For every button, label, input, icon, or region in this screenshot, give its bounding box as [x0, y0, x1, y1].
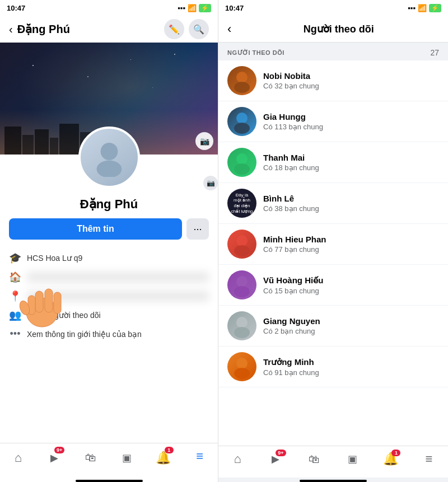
nav-marketplace[interactable]: 🛍	[73, 447, 109, 469]
nav-video[interactable]: ▶ 9+	[36, 447, 73, 469]
follower-mutual-truong: Có 91 bạn chung	[263, 368, 319, 377]
search-button[interactable]: 🔍	[189, 19, 209, 39]
follower-avatar-truong	[227, 352, 256, 381]
info-text-school: HCS Hoa Lư q9	[27, 254, 209, 263]
followers-section-header: NGƯỜI THEO DÕI 27	[218, 43, 448, 60]
location-icon: 📍	[9, 290, 21, 302]
right-groups-nav-icon: ▣	[348, 453, 357, 465]
marketplace-nav-icon: 🛍	[85, 451, 96, 464]
follower-avatar-nobi	[227, 66, 256, 95]
info-item-city: 🏠 Sống tại thành phố Hồ Chí Minh	[9, 268, 209, 287]
follower-binh[interactable]: Đây làmột ảnhđại diệnchất lượng Bình Lê …	[218, 183, 448, 224]
follower-thanh[interactable]: Thanh Mai Có 18 bạn chung	[218, 142, 448, 183]
svg-point-19	[234, 327, 250, 338]
follower-minh[interactable]: Minh Hieu Phan Có 77 bạn chung	[218, 224, 448, 265]
follower-avatar-giang	[227, 311, 256, 340]
follower-mutual-gia: Có 113 bạn chung	[263, 123, 323, 131]
left-header-actions: ✏️ 🔍	[164, 19, 209, 39]
battery-icon: ⚡	[199, 4, 211, 12]
nav-groups[interactable]: ▣	[109, 447, 145, 469]
avatar-svg-nobi	[227, 66, 256, 95]
svg-point-20	[236, 358, 248, 369]
left-back-button[interactable]: ‹	[9, 23, 13, 36]
left-panel: 10:47 ▪▪▪ 📶 ⚡ ‹ Đặng Phú ✏️ 🔍	[0, 0, 218, 482]
follower-avatar-minh	[227, 230, 256, 259]
avatar-svg-minh	[227, 230, 256, 259]
add-info-label: Thêm tin	[77, 224, 114, 234]
info-text-city: Sống tại thành phố Hồ Chí Minh	[27, 273, 209, 282]
follower-truong[interactable]: Trưởng Minh Có 91 bạn chung	[218, 347, 448, 387]
video-badge: 9+	[54, 447, 64, 453]
right-nav-menu[interactable]: ≡	[410, 450, 448, 469]
left-home-indicator	[76, 480, 143, 482]
avatar-silhouette	[90, 138, 129, 177]
avatar-svg-gia	[227, 107, 256, 136]
right-battery-icon: ⚡	[429, 4, 441, 12]
right-time: 10:47	[225, 4, 244, 12]
right-nav-marketplace[interactable]: 🛍	[295, 450, 333, 469]
right-menu-nav-icon: ≡	[425, 452, 432, 466]
follower-mutual-minh: Có 77 bạn chung	[263, 245, 326, 254]
menu-nav-icon: ≡	[196, 449, 203, 464]
nav-menu[interactable]: ≡	[181, 447, 218, 469]
followers-count: 27	[430, 48, 439, 57]
info-text-hometown: Đến từ Thái Bình, Thái Bình, Vietnam	[27, 292, 209, 301]
follower-name-gia: Gia Hungg	[263, 112, 323, 121]
followers-icon: 👥	[9, 309, 21, 321]
follower-gia[interactable]: Gia Hungg Có 113 bạn chung	[218, 101, 448, 142]
follower-name-vu: Vũ Hoàng Hiếu	[263, 275, 323, 286]
svg-point-10	[236, 113, 248, 124]
profile-name: Đặng Phú	[0, 193, 218, 218]
info-item-school: 🎓 HCS Hoa Lư q9	[9, 249, 209, 268]
groups-nav-icon: ▣	[122, 452, 132, 464]
right-nav-video[interactable]: ▶ 9+	[256, 450, 295, 469]
svg-point-18	[236, 317, 248, 328]
info-item-hometown: 📍 Đến từ Thái Bình, Thái Bình, Vietnam	[9, 287, 209, 306]
right-back-button[interactable]: ‹	[227, 22, 231, 36]
nav-notifications[interactable]: 🔔 1	[145, 447, 181, 469]
right-panel: 10:47 ▪▪▪ 📶 ⚡ ‹ Người theo dõi NGƯỜI THE…	[218, 0, 448, 482]
info-text-bio: Xem thông tin giới thiệu của bạn	[27, 330, 209, 339]
add-info-button[interactable]: Thêm tin	[9, 218, 182, 240]
follower-avatar-gia	[227, 107, 256, 136]
right-status-bar: 10:47 ▪▪▪ 📶 ⚡	[218, 0, 448, 16]
follower-info-vu: Vũ Hoàng Hiếu Có 15 bạn chung	[263, 275, 323, 295]
follower-info-gia: Gia Hungg Có 113 bạn chung	[263, 112, 323, 131]
avatar-camera-button[interactable]: 📷	[202, 175, 218, 191]
svg-point-17	[234, 286, 250, 297]
right-status-icons: ▪▪▪ 📶 ⚡	[408, 4, 441, 12]
avatar-svg-vu	[227, 270, 256, 300]
follower-info-nobi: Nobi Nobita Có 32 bạn chung	[263, 71, 319, 90]
follower-name-giang: Giang Nguyen	[263, 316, 320, 326]
left-time: 10:47	[7, 4, 25, 12]
follower-avatar-binh: Đây làmột ảnhđại diệnchất lượng	[227, 189, 256, 218]
right-nav-home[interactable]: ⌂	[218, 450, 256, 469]
more-options-button[interactable]: ···	[186, 218, 209, 240]
follower-vu[interactable]: Vũ Hoàng Hiếu Có 15 bạn chung	[218, 265, 448, 306]
more-dots-icon: ···	[193, 223, 202, 235]
followers-section-label: NGƯỜI THEO DÕI	[227, 49, 284, 57]
avatar-section: 📷	[0, 127, 218, 193]
avatar-svg-giang	[227, 311, 256, 340]
follower-mutual-vu: Có 15 bạn chung	[263, 287, 323, 295]
follower-giang[interactable]: Giang Nguyen Có 2 bạn chung	[218, 306, 448, 347]
follower-mutual-nobi: Có 32 bạn chung	[263, 82, 319, 90]
signal-icon: ▪▪▪	[178, 4, 185, 12]
avatar[interactable]	[78, 127, 140, 188]
left-header: ‹ Đặng Phú ✏️ 🔍	[0, 16, 218, 43]
svg-point-13	[234, 163, 250, 175]
right-nav-groups[interactable]: ▣	[333, 450, 371, 469]
info-item-bio[interactable]: ••• Xem thông tin giới thiệu của bạn	[9, 325, 209, 343]
right-signal-icon: ▪▪▪	[408, 4, 416, 12]
nav-home[interactable]: ⌂	[0, 447, 36, 469]
follower-mutual-binh: Có 38 bạn chung	[263, 204, 319, 213]
follower-nobi[interactable]: Nobi Nobita Có 32 bạn chung	[218, 60, 448, 101]
edit-button[interactable]: ✏️	[164, 19, 184, 39]
svg-point-8	[236, 72, 248, 83]
left-bottom-nav: ⌂ ▶ 9+ 🛍 ▣ 🔔 1 ≡	[0, 443, 218, 478]
follower-avatar-thanh	[227, 148, 256, 177]
right-nav-notifications[interactable]: 🔔 1	[371, 450, 409, 469]
home-nav-icon: ⌂	[15, 451, 22, 465]
school-icon: 🎓	[9, 252, 21, 264]
svg-point-1	[96, 161, 122, 177]
